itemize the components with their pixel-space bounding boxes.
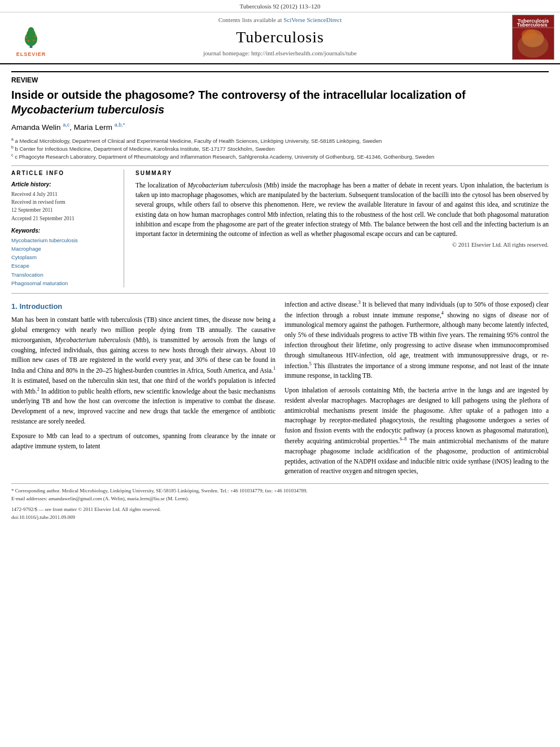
cover-artwork: Tuberculosis Tuberculosis (512, 15, 554, 60)
right-paragraph-2: Upon inhalation of aerosols containing M… (285, 386, 549, 477)
summary-heading: SUMMARY (135, 169, 549, 177)
right-paragraph-1: infection and active disease.3 It is bel… (285, 299, 549, 381)
article-info-heading: ARTICLE INFO (11, 169, 117, 177)
page: Tuberculosis 92 (2012) 113–120 (0, 0, 560, 747)
svg-point-6 (28, 40, 29, 42)
emails: amandawelin@gmail.com (A. Welin), maria.… (49, 496, 189, 501)
review-label: REVIEW (11, 76, 549, 85)
svg-point-4 (26, 36, 28, 38)
corresponding-author: * Corresponding author. Medical Microbio… (11, 487, 549, 495)
accepted-date: Accepted 21 September 2011 (11, 215, 117, 222)
keyword-3: Cytoplasm (11, 253, 117, 261)
footer-notes: * Corresponding author. Medical Microbio… (11, 483, 549, 521)
svg-point-5 (34, 36, 36, 37)
intro-number: 1. (11, 302, 18, 311)
keyword-1: Mycobacterium tuberculosis (11, 236, 117, 244)
journal-homepage: journal homepage: http://intl.elsevierhe… (6, 49, 554, 58)
intro-paragraph-2: Exposure to Mtb can lead to a spectrum o… (11, 431, 275, 452)
intro-paragraph-1: Man has been in constant battle with tub… (11, 315, 275, 427)
journal-top-bar: Tuberculosis 92 (2012) 113–120 (0, 0, 560, 12)
header-divider (11, 71, 549, 72)
keyword-4: Escape (11, 261, 117, 270)
affiliation-c: c c Phagocyte Research Laboratory, Depar… (11, 152, 549, 160)
svg-point-11 (522, 29, 537, 40)
keyword-5: Translocation (11, 270, 117, 279)
copyright-text: © 2011 Elsevier Ltd. All rights reserved… (135, 241, 549, 250)
body-content: 1. Introduction Man has been in constant… (11, 299, 549, 477)
summary-text: The localization of Mycobacterium tuberc… (135, 181, 549, 239)
keywords-label: Keywords: (11, 227, 117, 235)
main-content: REVIEW Inside or outside the phagosome? … (0, 64, 560, 527)
authors-line: Amanda Welin a,c, Maria Lerm a,b,* (11, 121, 549, 133)
email-line: E-mail addresses: amandawelin@gmail.com … (11, 495, 549, 503)
journal-cover-image: Tuberculosis Tuberculosis (512, 15, 554, 60)
cover-title: Tuberculosis (514, 18, 553, 25)
sciverse-text: Contents lists available at SciVerse Sci… (6, 16, 554, 24)
svg-rect-13 (513, 28, 554, 28)
article-info-column: ARTICLE INFO Article history: Received 4… (11, 169, 124, 287)
issn: 1472-9792/$ — see front matter © 2011 El… (11, 506, 161, 512)
contents-text: Contents lists available at (218, 16, 282, 23)
affiliations: a a Medical Microbiology, Department of … (11, 137, 549, 161)
received-revised-label: Received in revised form (11, 198, 117, 206)
article-title: Inside or outside the phagosome? The con… (11, 88, 549, 117)
journal-title: Tuberculosis (6, 26, 554, 48)
elsevier-tree-icon (19, 25, 43, 50)
summary-column: SUMMARY The localization of Mycobacteriu… (135, 169, 549, 287)
journal-center: Contents lists available at SciVerse Sci… (6, 16, 554, 58)
sciverse-link[interactable]: SciVerse ScienceDirect (283, 16, 342, 23)
issn-line: 1472-9792/$ — see front matter © 2011 El… (11, 506, 549, 514)
revised-date: 12 September 2011 (11, 206, 117, 214)
elsevier-text: ELSEVIER (16, 51, 46, 58)
title-italic: Mycobacterium tuberculosis (11, 103, 164, 116)
homepage-label: journal homepage: http://intl.elsevierhe… (203, 50, 357, 56)
keyword-2: Macrophage (11, 244, 117, 253)
svg-point-7 (33, 40, 34, 41)
email-label: E-mail addresses: (11, 496, 47, 501)
elsevier-badge: ELSEVIER (16, 25, 46, 58)
affiliation-b: b b Center for Infectious Medicine, Depa… (11, 145, 549, 152)
content-divider (11, 293, 549, 294)
elsevier-logo-container: ELSEVIER (6, 12, 56, 58)
journal-header-main: ELSEVIER Contents lists available at Sci… (0, 12, 560, 61)
received-date: Received 4 July 2011 (11, 190, 117, 198)
intro-title: Introduction (19, 302, 62, 311)
affiliation-divider (11, 165, 549, 166)
keyword-6: Phagosomal maturation (11, 279, 117, 287)
article-history-label: Article history: (11, 181, 117, 189)
body-right-column: infection and active disease.3 It is bel… (285, 299, 549, 477)
doi-line: doi:10.1016/j.tube.2011.09.009 (11, 514, 549, 522)
article-info-summary: ARTICLE INFO Article history: Received 4… (11, 169, 549, 287)
svg-point-3 (28, 27, 34, 35)
introduction-heading: 1. Introduction (11, 302, 275, 312)
body-left-column: 1. Introduction Man has been in constant… (11, 299, 275, 477)
journal-info-bar: Tuberculosis 92 (2012) 113–120 (239, 3, 320, 10)
journal-header: Tuberculosis 92 (2012) 113–120 (0, 0, 560, 64)
affiliation-a: a a Medical Microbiology, Department of … (11, 137, 549, 145)
